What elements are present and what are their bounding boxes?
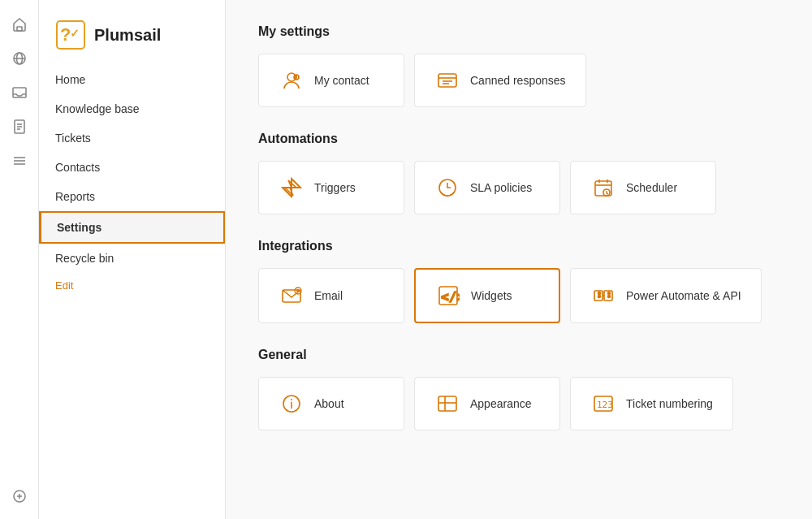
card-about[interactable]: About	[258, 377, 404, 430]
triggers-label: Triggers	[314, 181, 356, 194]
section-my-settings: My settings My contact	[258, 24, 780, 107]
svg-point-38	[598, 292, 601, 295]
widgets-icon: </>	[435, 283, 461, 309]
contact-icon	[279, 67, 304, 93]
app-title: Plumsail	[94, 26, 161, 45]
about-icon	[279, 391, 304, 417]
card-appearance[interactable]: Appearance	[414, 377, 560, 430]
canned-icon	[434, 67, 460, 93]
svg-rect-46	[438, 396, 456, 411]
numbering-icon: 123	[590, 391, 616, 417]
home-rail-icon[interactable]	[5, 10, 34, 39]
appearance-label: Appearance	[470, 397, 532, 410]
card-ticket-numbering[interactable]: 123 Ticket numbering	[570, 377, 733, 430]
list-rail-icon[interactable]	[5, 146, 34, 175]
svg-text:123: 123	[597, 400, 613, 410]
app-logo: ? ✓	[55, 19, 86, 50]
section-integrations-title: Integrations	[258, 239, 780, 253]
svg-text:✓: ✓	[70, 27, 80, 40]
my-contact-label: My contact	[314, 74, 369, 87]
section-automations: Automations Triggers	[258, 132, 780, 214]
sla-icon	[434, 175, 460, 201]
section-integrations: Integrations Email	[258, 239, 780, 323]
sidebar-item-contacts[interactable]: Contacts	[39, 153, 225, 182]
svg-text:</>: </>	[441, 289, 460, 305]
canned-responses-label: Canned responses	[470, 74, 566, 87]
integrations-grid: Email </> Widgets	[258, 268, 780, 323]
inbox-rail-icon[interactable]	[5, 78, 34, 107]
email-label: Email	[314, 289, 343, 302]
sidebar-nav: Home Knowledge base Tickets Contacts Rep…	[39, 65, 225, 300]
svg-rect-20	[438, 74, 456, 87]
my-settings-grid: My contact Canned responses	[258, 54, 780, 107]
general-grid: About Appearance 123	[258, 377, 780, 430]
sidebar-item-tickets[interactable]: Tickets	[39, 123, 225, 153]
sidebar-edit-link[interactable]: Edit	[39, 273, 225, 300]
sidebar-item-settings[interactable]: Settings	[39, 211, 225, 244]
appearance-icon	[434, 391, 460, 417]
section-general-title: General	[258, 348, 780, 362]
icon-rail	[0, 0, 39, 519]
automations-grid: Triggers SLA policies	[258, 161, 780, 214]
section-automations-title: Automations	[258, 132, 780, 146]
card-canned-responses[interactable]: Canned responses	[414, 54, 586, 107]
card-sla-policies[interactable]: SLA policies	[414, 161, 560, 214]
globe-rail-icon[interactable]	[5, 44, 34, 73]
ticket-numbering-label: Ticket numbering	[626, 397, 713, 410]
card-triggers[interactable]: Triggers	[258, 161, 404, 214]
about-label: About	[314, 397, 344, 410]
svg-point-40	[608, 292, 611, 295]
svg-point-39	[598, 296, 601, 298]
sidebar: ? ✓ Plumsail Home Knowledge base Tickets…	[39, 0, 226, 519]
main-content: My settings My contact	[226, 0, 812, 519]
svg-rect-0	[17, 27, 22, 31]
sidebar-item-knowledge-base[interactable]: Knowledge base	[39, 94, 225, 123]
svg-point-41	[608, 296, 611, 298]
card-email[interactable]: Email	[258, 268, 404, 323]
section-general: General About	[258, 348, 780, 430]
card-scheduler[interactable]: Scheduler	[570, 161, 716, 214]
widgets-label: Widgets	[471, 289, 512, 302]
svg-point-45	[291, 399, 292, 400]
add-rail-icon[interactable]	[5, 482, 34, 511]
scheduler-icon	[590, 175, 616, 201]
scheduler-label: Scheduler	[626, 181, 677, 194]
sidebar-item-home[interactable]: Home	[39, 65, 225, 94]
email-icon	[279, 283, 304, 309]
card-widgets[interactable]: </> Widgets	[414, 268, 560, 323]
document-rail-icon[interactable]	[5, 112, 34, 141]
sla-policies-label: SLA policies	[470, 181, 532, 194]
trigger-icon	[279, 175, 304, 201]
card-power-automate[interactable]: Power Automate & API	[570, 268, 762, 323]
power-automate-label: Power Automate & API	[626, 289, 741, 302]
sidebar-item-recycle-bin[interactable]: Recycle bin	[39, 244, 225, 273]
card-my-contact[interactable]: My contact	[258, 54, 404, 107]
sidebar-item-reports[interactable]: Reports	[39, 182, 225, 211]
api-icon	[590, 283, 616, 309]
sidebar-header: ? ✓ Plumsail	[39, 8, 225, 65]
section-my-settings-title: My settings	[258, 24, 780, 39]
